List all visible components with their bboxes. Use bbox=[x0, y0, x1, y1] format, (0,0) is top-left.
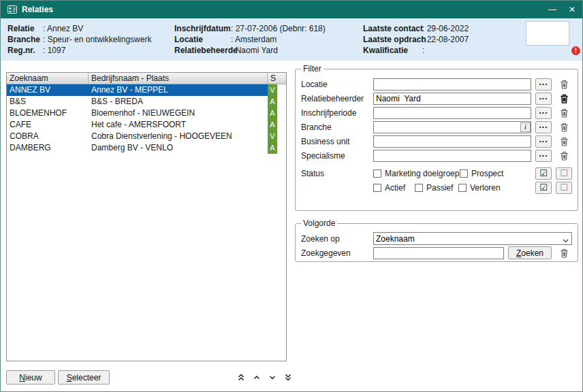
filter-row-inschrijfperiode: Inschrijfperiode ... bbox=[301, 105, 572, 120]
cell-zoeknaam: BLOEMENHOF bbox=[7, 108, 89, 119]
zoekgegeven-input[interactable] bbox=[373, 247, 504, 259]
table-row[interactable]: ANNEZ BV Annez BV - MEPPEL V bbox=[7, 84, 286, 96]
table-row[interactable]: COBRA Cobra Dienstverlening - HOOGEVEEN … bbox=[7, 131, 286, 142]
info-column-3: Laatste contact: 29-06-2022 Laatste opdr… bbox=[363, 23, 469, 56]
filter-row-specialisme: Specialisme ... bbox=[301, 148, 572, 163]
locatie-label: Locatie bbox=[301, 80, 369, 89]
info-label: Branche bbox=[7, 34, 43, 45]
cell-bedrijfsnaam: Annez BV - MEPPEL bbox=[89, 84, 268, 96]
relations-icon bbox=[7, 5, 17, 14]
selecteer-button[interactable]: Selecteer bbox=[58, 370, 110, 385]
table-row[interactable]: B&S B&S - BREDA A bbox=[7, 96, 286, 108]
table-row[interactable]: BLOEMENHOF Bloemenhof - NIEUWEGEIN A bbox=[7, 108, 286, 119]
relatiebeheerder-input[interactable] bbox=[373, 93, 531, 105]
inschrijfperiode-browse-button[interactable]: ... bbox=[535, 107, 552, 119]
status-check-all-button-2[interactable]: ☑ bbox=[535, 182, 552, 194]
info-icon[interactable]: i bbox=[520, 122, 531, 132]
locatie-input[interactable] bbox=[373, 78, 531, 91]
business-unit-label: Business unit bbox=[301, 137, 369, 146]
info-label: Relatiebeheerde bbox=[174, 45, 231, 56]
close-button[interactable]: ✕ bbox=[569, 1, 576, 18]
table-row[interactable]: CAFE Het cafe - AMERSFOORT A bbox=[7, 119, 286, 131]
previous-record-button[interactable] bbox=[251, 372, 263, 383]
checkbox-passief[interactable]: Passief bbox=[415, 183, 458, 193]
alert-icon[interactable]: ! bbox=[571, 46, 580, 55]
relaties-window: Relaties — ✕ Relatie: Annez BV Branche: … bbox=[0, 0, 583, 392]
table-row[interactable]: DAMBERG Damberg BV - VENLO A bbox=[7, 142, 286, 154]
column-header-status[interactable]: S bbox=[268, 73, 286, 84]
minimize-button[interactable]: — bbox=[548, 1, 556, 18]
status-label: Status bbox=[301, 169, 369, 178]
branche-input[interactable] bbox=[373, 121, 531, 133]
volgorde-groupbox: Volgorde Zoeken op Zoeknaam Zoekgegeven … bbox=[295, 218, 578, 262]
checkbox-icon bbox=[373, 184, 381, 192]
status-uncheck-all-button-2[interactable]: ☐ bbox=[556, 182, 572, 194]
zoekgegeven-label: Zoekgegeven bbox=[301, 248, 369, 258]
info-label: Relatie bbox=[7, 23, 43, 34]
checkbox-prospect[interactable]: Prospect bbox=[460, 169, 503, 178]
checkbox-label: Verloren bbox=[470, 183, 501, 193]
business-unit-browse-button[interactable]: ... bbox=[535, 135, 552, 148]
window-controls: — ✕ bbox=[548, 1, 576, 18]
chevron-up-icon bbox=[253, 373, 261, 382]
double-chevron-down-icon bbox=[284, 373, 292, 382]
checkbox-label: Actief bbox=[385, 183, 405, 193]
info-value: : 27-07-2006 (Debnr: 618) bbox=[231, 23, 326, 34]
relatiebeheerder-clear-button[interactable] bbox=[556, 93, 572, 105]
status-check-all-button[interactable]: ☑ bbox=[535, 167, 552, 180]
nieuw-button[interactable]: Nieuw bbox=[6, 370, 55, 385]
info-value: : Speur- en ontwikkelingswerk bbox=[43, 34, 151, 45]
relatiebeheerder-label: Relatiebeheerder bbox=[301, 94, 369, 103]
specialisme-clear-button[interactable] bbox=[556, 150, 572, 162]
cell-status: V bbox=[268, 84, 286, 96]
filter-row-branche: Branche i ... bbox=[301, 120, 572, 134]
trash-icon bbox=[560, 122, 569, 132]
last-record-button[interactable] bbox=[282, 372, 294, 383]
next-record-button[interactable] bbox=[266, 372, 279, 383]
checkbox-verloren[interactable]: Verloren bbox=[458, 183, 501, 193]
volgorde-legend: Volgorde bbox=[301, 218, 337, 228]
cell-status: A bbox=[268, 142, 286, 154]
cell-status: A bbox=[268, 96, 286, 108]
inschrijfperiode-input[interactable] bbox=[373, 107, 531, 119]
column-header-bedrijfsnaam[interactable]: Bedrijfsnaam - Plaats bbox=[89, 73, 268, 84]
first-record-button[interactable] bbox=[235, 372, 247, 383]
status-badge: V bbox=[268, 131, 277, 142]
relatiebeheerder-browse-button[interactable]: ... bbox=[535, 93, 552, 105]
filter-row-business-unit: Business unit ... bbox=[301, 134, 572, 148]
info-label: Inschrijfdatum bbox=[174, 23, 231, 34]
info-value: : 29-06-2022 bbox=[422, 23, 469, 34]
checkbox-actief[interactable]: Actief bbox=[373, 183, 415, 193]
checkbox-icon bbox=[460, 169, 468, 178]
status-row-1: Status Marketing doelgroep Prospect ☑ ☐ bbox=[301, 166, 572, 180]
inschrijfperiode-clear-button[interactable] bbox=[556, 107, 572, 119]
zoeken-op-select[interactable]: Zoeknaam bbox=[373, 232, 572, 245]
cell-bedrijfsnaam: Bloemenhof - NIEUWEGEIN bbox=[89, 108, 268, 119]
trash-icon bbox=[560, 151, 569, 161]
info-label: Reg.nr. bbox=[7, 45, 43, 56]
branche-label: Branche bbox=[301, 122, 369, 132]
cell-zoeknaam: DAMBERG bbox=[7, 142, 89, 154]
filter-legend: Filter bbox=[301, 64, 324, 74]
trash-icon bbox=[560, 137, 569, 146]
locatie-clear-button[interactable] bbox=[556, 78, 572, 91]
locatie-browse-button[interactable]: ... bbox=[535, 78, 552, 91]
branche-clear-button[interactable] bbox=[556, 121, 572, 133]
cell-zoeknaam: CAFE bbox=[7, 119, 89, 131]
business-unit-input[interactable] bbox=[373, 135, 531, 148]
info-label: Locatie bbox=[174, 34, 231, 45]
specialisme-input[interactable] bbox=[373, 150, 531, 162]
relations-table: Zoeknaam Bedrijfsnaam - Plaats S ANNEZ B… bbox=[6, 72, 287, 361]
status-badge: A bbox=[268, 108, 277, 119]
zoeken-button[interactable]: Zoeken bbox=[508, 246, 552, 259]
business-unit-clear-button[interactable] bbox=[556, 135, 572, 148]
cell-zoeknaam: COBRA bbox=[7, 131, 89, 142]
zoekgegeven-clear-button[interactable] bbox=[556, 247, 572, 259]
zoeken-op-row: Zoeken op Zoeknaam bbox=[301, 231, 572, 246]
specialisme-browse-button[interactable]: ... bbox=[535, 150, 552, 162]
checkbox-marketing-doelgroep[interactable]: Marketing doelgroep bbox=[373, 169, 460, 178]
column-header-zoeknaam[interactable]: Zoeknaam bbox=[7, 73, 89, 84]
zoeken-op-label: Zoeken op bbox=[301, 234, 369, 244]
status-uncheck-all-button[interactable]: ☐ bbox=[556, 167, 572, 180]
branche-browse-button[interactable]: ... bbox=[535, 121, 552, 133]
